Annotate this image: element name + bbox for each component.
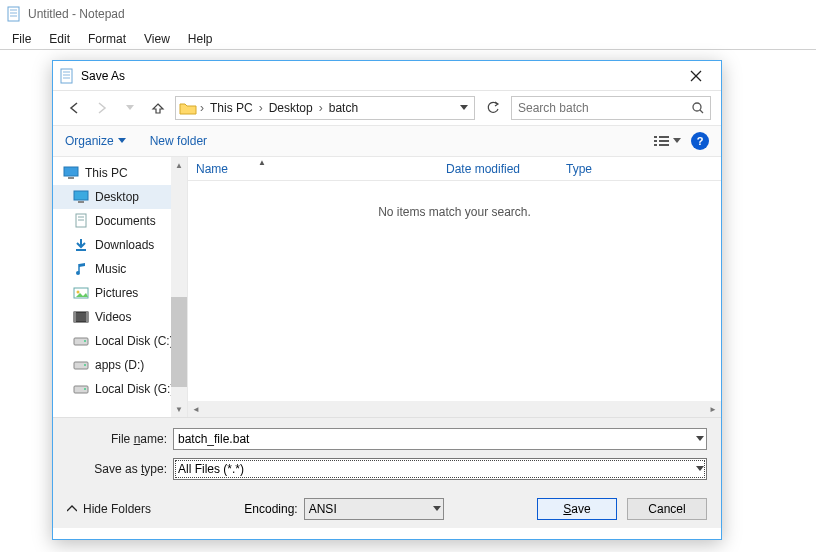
breadcrumb-desktop[interactable]: Desktop xyxy=(265,101,317,115)
tree-label: Pictures xyxy=(95,286,138,300)
up-button[interactable] xyxy=(147,97,169,119)
svg-point-10 xyxy=(693,103,701,111)
column-headers[interactable]: ▲ Name Date modified Type xyxy=(188,157,721,181)
newfolder-button[interactable]: New folder xyxy=(150,134,207,148)
save-as-dialog: Save As › This xyxy=(52,60,722,540)
chevron-right-icon[interactable]: › xyxy=(317,101,325,115)
chevron-down-icon xyxy=(673,138,681,144)
tree-label: Desktop xyxy=(95,190,139,204)
notepad-icon xyxy=(6,6,22,22)
svg-rect-19 xyxy=(68,177,74,179)
bottom-area: File name: Save as type: All Files (*.*)… xyxy=(53,417,721,528)
svg-point-35 xyxy=(84,364,86,366)
empty-message: No items match your search. xyxy=(378,205,531,219)
svg-point-26 xyxy=(76,271,80,275)
breadcrumb[interactable]: › This PC › Desktop › batch xyxy=(175,96,475,120)
menu-format[interactable]: Format xyxy=(80,30,134,48)
breadcrumb-thispc[interactable]: This PC xyxy=(206,101,257,115)
svg-rect-12 xyxy=(654,136,657,138)
hide-folders-button[interactable]: Hide Folders xyxy=(67,502,151,516)
encoding-select[interactable]: ANSI xyxy=(304,498,444,520)
back-button[interactable] xyxy=(63,97,85,119)
svg-rect-29 xyxy=(74,312,88,322)
tree-label: Local Disk (C:) xyxy=(95,334,174,348)
download-icon xyxy=(73,237,89,253)
menu-edit[interactable]: Edit xyxy=(41,30,78,48)
tree-item-localg[interactable]: Local Disk (G:) xyxy=(53,377,187,401)
tree-pane: This PCDesktopDocumentsDownloadsMusicPic… xyxy=(53,157,188,417)
tree-item-pictures[interactable]: Pictures xyxy=(53,281,187,305)
chevron-right-icon[interactable]: › xyxy=(257,101,265,115)
tree-label: This PC xyxy=(85,166,128,180)
savetype-select[interactable]: All Files (*.*) xyxy=(173,458,707,480)
tree-item-music[interactable]: Music xyxy=(53,257,187,281)
documents-icon xyxy=(73,213,89,229)
scroll-thumb[interactable] xyxy=(171,297,187,387)
scroll-down-icon[interactable]: ▼ xyxy=(171,401,187,417)
tree-item-desktop[interactable]: Desktop xyxy=(53,185,187,209)
tree-item-thispc[interactable]: This PC xyxy=(53,161,187,185)
svg-rect-20 xyxy=(74,191,88,200)
search-input[interactable] xyxy=(512,101,686,115)
notepad-title: Untitled - Notepad xyxy=(28,7,125,21)
filename-input[interactable] xyxy=(178,429,702,449)
scroll-right-icon[interactable]: ► xyxy=(705,405,721,414)
svg-point-37 xyxy=(84,388,86,390)
column-name[interactable]: ▲ Name xyxy=(188,162,438,176)
action-row: Hide Folders Encoding: ANSI Save Cancel xyxy=(67,488,707,520)
svg-rect-34 xyxy=(74,362,88,369)
search-icon[interactable] xyxy=(686,97,710,119)
folder-icon xyxy=(178,98,198,118)
svg-rect-31 xyxy=(86,312,88,322)
svg-rect-36 xyxy=(74,386,88,393)
tree-item-downloads[interactable]: Downloads xyxy=(53,233,187,257)
svg-rect-21 xyxy=(78,201,84,203)
tree-label: apps (D:) xyxy=(95,358,144,372)
refresh-button[interactable] xyxy=(481,96,505,120)
tree-item-videos[interactable]: Videos xyxy=(53,305,187,329)
breadcrumb-batch[interactable]: batch xyxy=(325,101,362,115)
dialog-title: Save As xyxy=(81,69,125,83)
breadcrumb-expand-icon[interactable] xyxy=(456,105,472,111)
svg-rect-18 xyxy=(64,167,78,176)
scroll-left-icon[interactable]: ◄ xyxy=(188,405,204,414)
monitor-icon xyxy=(63,165,79,181)
column-date[interactable]: Date modified xyxy=(438,162,558,176)
tree-label: Music xyxy=(95,262,126,276)
scroll-up-icon[interactable]: ▲ xyxy=(171,157,187,173)
menu-view[interactable]: View xyxy=(136,30,178,48)
search-box[interactable] xyxy=(511,96,711,120)
menu-file[interactable]: File xyxy=(4,30,39,48)
svg-line-11 xyxy=(700,110,703,113)
tree-label: Downloads xyxy=(95,238,154,252)
menu-help[interactable]: Help xyxy=(180,30,221,48)
notepad-titlebar: Untitled - Notepad xyxy=(0,0,816,28)
chevron-right-icon[interactable]: › xyxy=(198,101,206,115)
cancel-button[interactable]: Cancel xyxy=(627,498,707,520)
tree-scrollbar[interactable]: ▲ ▼ xyxy=(171,157,187,417)
save-button[interactable]: Save xyxy=(537,498,617,520)
tree-label: Videos xyxy=(95,310,131,324)
svg-rect-16 xyxy=(654,144,657,146)
tree-item-documents[interactable]: Documents xyxy=(53,209,187,233)
tree-item-localc[interactable]: Local Disk (C:) xyxy=(53,329,187,353)
chevron-down-icon[interactable] xyxy=(433,506,441,512)
help-button[interactable]: ? xyxy=(691,132,709,150)
svg-rect-15 xyxy=(659,140,669,142)
view-mode-button[interactable] xyxy=(654,135,681,147)
tree-item-appsd[interactable]: apps (D:) xyxy=(53,353,187,377)
savetype-label: Save as type: xyxy=(67,462,167,476)
svg-rect-17 xyxy=(659,144,669,146)
close-button[interactable] xyxy=(677,64,715,88)
dialog-titlebar[interactable]: Save As xyxy=(53,61,721,91)
filename-input-wrap[interactable] xyxy=(173,428,707,450)
encoding-group: Encoding: ANSI xyxy=(244,498,443,520)
organize-button[interactable]: Organize xyxy=(65,134,126,148)
column-type[interactable]: Type xyxy=(558,162,638,176)
savetype-value: All Files (*.*) xyxy=(178,462,244,476)
encoding-label: Encoding: xyxy=(244,502,297,516)
list-scrollbar-h[interactable]: ◄ ► xyxy=(188,401,721,417)
forward-button[interactable] xyxy=(91,97,113,119)
history-drop-icon[interactable] xyxy=(119,97,141,119)
svg-rect-0 xyxy=(8,7,19,21)
